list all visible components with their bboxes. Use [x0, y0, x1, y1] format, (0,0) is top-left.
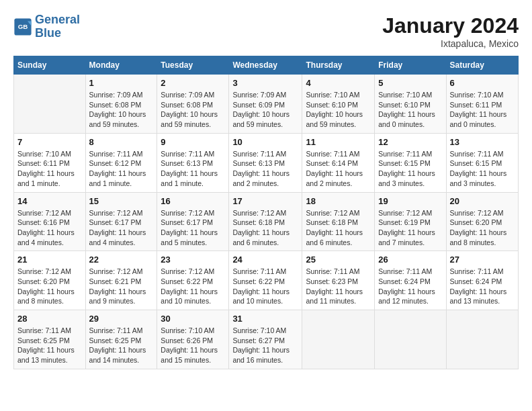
- calendar-cell: 15Sunrise: 7:12 AM Sunset: 6:17 PM Dayli…: [85, 192, 157, 251]
- day-info: Sunrise: 7:12 AM Sunset: 6:22 PM Dayligh…: [161, 267, 225, 306]
- calendar-cell: 21Sunrise: 7:12 AM Sunset: 6:20 PM Dayli…: [14, 251, 86, 310]
- calendar-cell: [14, 75, 86, 134]
- header-day-monday: Monday: [85, 56, 157, 75]
- day-number: 20: [450, 196, 515, 206]
- calendar-cell: 8Sunrise: 7:11 AM Sunset: 6:12 PM Daylig…: [85, 133, 157, 192]
- calendar-cell: 6Sunrise: 7:10 AM Sunset: 6:11 PM Daylig…: [446, 75, 519, 134]
- calendar-cell: 1Sunrise: 7:09 AM Sunset: 6:08 PM Daylig…: [85, 75, 157, 134]
- day-number: 15: [89, 196, 154, 206]
- day-info: Sunrise: 7:12 AM Sunset: 6:21 PM Dayligh…: [89, 267, 154, 306]
- logo: GB General Blue: [13, 13, 80, 40]
- day-info: Sunrise: 7:11 AM Sunset: 6:24 PM Dayligh…: [378, 267, 442, 306]
- day-number: 2: [161, 78, 225, 88]
- calendar-cell: 19Sunrise: 7:12 AM Sunset: 6:19 PM Dayli…: [375, 192, 446, 251]
- day-info: Sunrise: 7:12 AM Sunset: 6:17 PM Dayligh…: [161, 208, 225, 248]
- day-number: 28: [17, 314, 82, 324]
- day-number: 30: [161, 314, 225, 324]
- calendar-header: SundayMondayTuesdayWednesdayThursdayFrid…: [14, 56, 519, 75]
- day-number: 26: [378, 255, 442, 265]
- day-info: Sunrise: 7:12 AM Sunset: 6:17 PM Dayligh…: [89, 208, 154, 248]
- day-info: Sunrise: 7:10 AM Sunset: 6:11 PM Dayligh…: [450, 90, 515, 130]
- day-number: 9: [161, 137, 225, 147]
- day-number: 21: [17, 255, 82, 265]
- calendar-cell: 12Sunrise: 7:11 AM Sunset: 6:15 PM Dayli…: [375, 133, 446, 192]
- logo-icon: GB: [13, 17, 32, 36]
- calendar-cell: 30Sunrise: 7:10 AM Sunset: 6:26 PM Dayli…: [157, 310, 229, 369]
- calendar-cell: 10Sunrise: 7:11 AM Sunset: 6:13 PM Dayli…: [229, 133, 302, 192]
- week-row-4: 21Sunrise: 7:12 AM Sunset: 6:20 PM Dayli…: [14, 251, 519, 310]
- day-number: 27: [450, 255, 515, 265]
- day-number: 19: [378, 196, 442, 206]
- day-number: 11: [306, 137, 371, 147]
- location: Ixtapaluca, Mexico: [382, 38, 519, 49]
- day-number: 3: [232, 78, 298, 88]
- day-number: 16: [161, 196, 225, 206]
- calendar-cell: 25Sunrise: 7:11 AM Sunset: 6:23 PM Dayli…: [302, 251, 375, 310]
- day-info: Sunrise: 7:12 AM Sunset: 6:19 PM Dayligh…: [378, 208, 442, 248]
- day-number: 10: [232, 137, 298, 147]
- day-info: Sunrise: 7:10 AM Sunset: 6:10 PM Dayligh…: [306, 90, 371, 130]
- logo-general: General: [35, 13, 80, 26]
- day-info: Sunrise: 7:09 AM Sunset: 6:09 PM Dayligh…: [232, 90, 298, 130]
- calendar-cell: 20Sunrise: 7:12 AM Sunset: 6:20 PM Dayli…: [446, 192, 519, 251]
- calendar-cell: 7Sunrise: 7:10 AM Sunset: 6:11 PM Daylig…: [14, 133, 86, 192]
- calendar-cell: 13Sunrise: 7:11 AM Sunset: 6:15 PM Dayli…: [446, 133, 519, 192]
- day-info: Sunrise: 7:11 AM Sunset: 6:12 PM Dayligh…: [89, 149, 154, 189]
- day-info: Sunrise: 7:12 AM Sunset: 6:20 PM Dayligh…: [17, 267, 82, 306]
- calendar-cell: 31Sunrise: 7:10 AM Sunset: 6:27 PM Dayli…: [229, 310, 302, 369]
- calendar-cell: 14Sunrise: 7:12 AM Sunset: 6:16 PM Dayli…: [14, 192, 86, 251]
- day-number: 5: [378, 78, 442, 88]
- page-header: GB General Blue January 2024 Ixtapaluca,…: [13, 13, 519, 49]
- day-number: 18: [306, 196, 371, 206]
- day-number: 17: [232, 196, 298, 206]
- calendar-cell: [302, 310, 375, 369]
- day-info: Sunrise: 7:10 AM Sunset: 6:27 PM Dayligh…: [232, 326, 298, 365]
- calendar-cell: 2Sunrise: 7:09 AM Sunset: 6:08 PM Daylig…: [157, 75, 229, 134]
- day-info: Sunrise: 7:11 AM Sunset: 6:25 PM Dayligh…: [89, 326, 154, 365]
- day-number: 1: [89, 78, 154, 88]
- day-number: 4: [306, 78, 371, 88]
- week-row-1: 1Sunrise: 7:09 AM Sunset: 6:08 PM Daylig…: [14, 75, 519, 134]
- calendar-cell: 5Sunrise: 7:10 AM Sunset: 6:10 PM Daylig…: [375, 75, 446, 134]
- day-info: Sunrise: 7:10 AM Sunset: 6:10 PM Dayligh…: [378, 90, 442, 130]
- day-number: 31: [232, 314, 298, 324]
- day-info: Sunrise: 7:12 AM Sunset: 6:20 PM Dayligh…: [450, 208, 515, 248]
- calendar-cell: 17Sunrise: 7:12 AM Sunset: 6:18 PM Dayli…: [229, 192, 302, 251]
- header-day-thursday: Thursday: [302, 56, 375, 75]
- header-day-saturday: Saturday: [446, 56, 519, 75]
- calendar-body: 1Sunrise: 7:09 AM Sunset: 6:08 PM Daylig…: [14, 75, 519, 369]
- calendar-cell: 23Sunrise: 7:12 AM Sunset: 6:22 PM Dayli…: [157, 251, 229, 310]
- calendar-cell: 18Sunrise: 7:12 AM Sunset: 6:18 PM Dayli…: [302, 192, 375, 251]
- header-day-sunday: Sunday: [14, 56, 86, 75]
- day-info: Sunrise: 7:10 AM Sunset: 6:11 PM Dayligh…: [17, 149, 82, 189]
- calendar-cell: [446, 310, 519, 369]
- day-number: 23: [161, 255, 225, 265]
- calendar-cell: 22Sunrise: 7:12 AM Sunset: 6:21 PM Dayli…: [85, 251, 157, 310]
- week-row-3: 14Sunrise: 7:12 AM Sunset: 6:16 PM Dayli…: [14, 192, 519, 251]
- calendar-cell: 27Sunrise: 7:11 AM Sunset: 6:24 PM Dayli…: [446, 251, 519, 310]
- day-number: 12: [378, 137, 442, 147]
- day-info: Sunrise: 7:10 AM Sunset: 6:26 PM Dayligh…: [161, 326, 225, 365]
- day-number: 22: [89, 255, 154, 265]
- day-info: Sunrise: 7:11 AM Sunset: 6:24 PM Dayligh…: [450, 267, 515, 306]
- header-day-wednesday: Wednesday: [229, 56, 302, 75]
- day-info: Sunrise: 7:11 AM Sunset: 6:15 PM Dayligh…: [450, 149, 515, 189]
- calendar-cell: 24Sunrise: 7:11 AM Sunset: 6:22 PM Dayli…: [229, 251, 302, 310]
- logo-blue: Blue: [35, 26, 61, 40]
- calendar-cell: 28Sunrise: 7:11 AM Sunset: 6:25 PM Dayli…: [14, 310, 86, 369]
- calendar-cell: 3Sunrise: 7:09 AM Sunset: 6:09 PM Daylig…: [229, 75, 302, 134]
- day-info: Sunrise: 7:09 AM Sunset: 6:08 PM Dayligh…: [89, 90, 154, 130]
- month-title: January 2024: [382, 13, 519, 38]
- day-info: Sunrise: 7:09 AM Sunset: 6:08 PM Dayligh…: [161, 90, 225, 130]
- day-info: Sunrise: 7:12 AM Sunset: 6:16 PM Dayligh…: [17, 208, 82, 248]
- header-day-tuesday: Tuesday: [157, 56, 229, 75]
- calendar-cell: 9Sunrise: 7:11 AM Sunset: 6:13 PM Daylig…: [157, 133, 229, 192]
- day-number: 25: [306, 255, 371, 265]
- day-number: 24: [232, 255, 298, 265]
- day-number: 13: [450, 137, 515, 147]
- logo-text: General Blue: [35, 13, 80, 40]
- header-row: SundayMondayTuesdayWednesdayThursdayFrid…: [14, 56, 519, 75]
- day-info: Sunrise: 7:12 AM Sunset: 6:18 PM Dayligh…: [306, 208, 371, 248]
- week-row-2: 7Sunrise: 7:10 AM Sunset: 6:11 PM Daylig…: [14, 133, 519, 192]
- calendar-cell: 29Sunrise: 7:11 AM Sunset: 6:25 PM Dayli…: [85, 310, 157, 369]
